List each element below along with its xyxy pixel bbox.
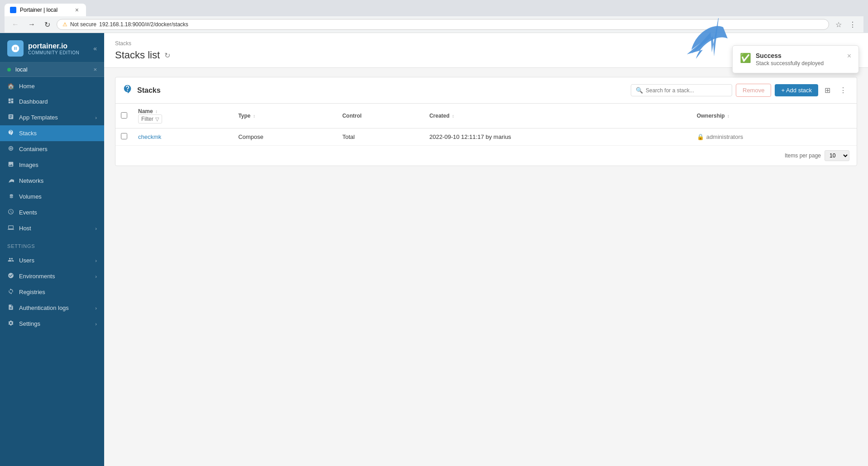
sidebar-logo: portainer.io Community Edition «	[0, 33, 104, 62]
more-options-btn[interactable]: ⋮	[837, 84, 849, 96]
sidebar-volumes-label: Volumes	[19, 193, 97, 200]
col-control: Control	[337, 104, 424, 128]
host-icon	[7, 224, 14, 232]
card-header-title: Stacks	[137, 86, 626, 95]
browser-tab-active[interactable]: Portainer | local ×	[5, 4, 86, 16]
sidebar-logo-icon	[7, 40, 24, 57]
sidebar-containers-label: Containers	[19, 146, 97, 152]
sidebar-item-events[interactable]: Events	[0, 204, 104, 220]
name-sort-icon[interactable]: ↕	[155, 109, 158, 114]
sidebar-settings-label: Settings	[19, 320, 91, 327]
search-box[interactable]: 🔍	[631, 84, 732, 96]
stack-ownership-cell: 🔒 administrators	[697, 133, 851, 140]
items-per-page-select[interactable]: 10 25 50 100	[825, 150, 849, 161]
filter-btn[interactable]: Filter ▽	[138, 114, 162, 124]
add-stack-btn[interactable]: + Add stack	[775, 84, 818, 96]
auth-logs-chevron: ›	[95, 305, 97, 311]
users-icon	[7, 257, 14, 264]
sidebar-item-auth-logs[interactable]: Authentication logs ›	[0, 300, 104, 316]
stack-name-link[interactable]: checkmk	[138, 133, 161, 140]
search-input[interactable]	[646, 87, 727, 94]
refresh-btn[interactable]: ↻	[164, 51, 170, 60]
sidebar-item-settings[interactable]: Settings ›	[0, 316, 104, 332]
search-icon: 🔍	[636, 87, 643, 94]
sidebar-collapse-btn[interactable]: «	[93, 45, 97, 52]
edition-label: Community Edition	[28, 50, 79, 55]
brand-name: portainer.io	[28, 42, 79, 50]
reload-btn[interactable]: ↻	[42, 19, 53, 30]
sidebar-item-users[interactable]: Users ›	[0, 252, 104, 268]
events-icon	[7, 209, 14, 216]
stack-control-cell: Total	[337, 128, 424, 146]
success-toast: ✅ Success Stack successfully deployed ×	[732, 45, 859, 73]
home-icon: 🏠	[7, 83, 14, 90]
menu-btn[interactable]: ⋮	[846, 19, 859, 30]
sidebar-item-registries[interactable]: Registries	[0, 284, 104, 300]
sidebar-item-images[interactable]: Images	[0, 157, 104, 173]
sidebar-item-dashboard[interactable]: Dashboard	[0, 94, 104, 109]
sidebar-events-label: Events	[19, 209, 97, 216]
view-toggle-btn[interactable]: ⊞	[822, 84, 833, 96]
row-checkbox[interactable]	[121, 133, 127, 139]
ownership-label: administrators	[706, 133, 743, 140]
card-header-actions: 🔍 Remove + Add stack ⊞ ⋮	[631, 84, 849, 97]
browser-toolbar: ← → ↻ ⚠ Not secure 192.168.1.18:9000/#/2…	[5, 16, 863, 33]
toast-message: Stack successfully deployed	[756, 60, 843, 67]
sidebar-settings-nav: Users › Environments › Registries	[0, 251, 104, 333]
tab-title: Portainer | local	[20, 7, 58, 13]
app-templates-icon	[7, 114, 14, 121]
created-sort-icon[interactable]: ↕	[452, 114, 454, 119]
ownership-icon: 🔒	[697, 133, 704, 140]
sidebar-item-volumes[interactable]: Volumes	[0, 189, 104, 204]
tab-close-btn[interactable]: ×	[75, 6, 79, 14]
endpoint-status-dot	[7, 68, 11, 71]
sidebar-item-environments[interactable]: Environments ›	[0, 268, 104, 284]
volumes-icon	[7, 193, 14, 200]
app-layout: portainer.io Community Edition « local ×…	[0, 33, 868, 466]
images-icon	[7, 161, 14, 169]
environments-icon	[7, 272, 14, 280]
forward-btn[interactable]: →	[25, 19, 38, 29]
bookmark-btn[interactable]: ☆	[833, 19, 844, 30]
toast-body: Success Stack successfully deployed	[756, 52, 843, 67]
page-title: Stacks list	[115, 49, 160, 61]
sidebar-main-nav: 🏠 Home Dashboard App Templates ›	[0, 77, 104, 238]
main-content: Stacks Stacks list ↻ Stacks 🔍	[104, 33, 868, 466]
remove-btn[interactable]: Remove	[736, 84, 771, 97]
type-sort-icon[interactable]: ↕	[253, 114, 255, 119]
sidebar-item-containers[interactable]: Containers	[0, 141, 104, 157]
col-type: Type ↕	[233, 104, 337, 128]
url-text: 192.168.1.18:9000/#/2/docker/stacks	[99, 21, 188, 28]
toast-close-btn[interactable]: ×	[847, 52, 851, 60]
ownership-sort-icon[interactable]: ↕	[727, 114, 729, 119]
sidebar: portainer.io Community Edition « local ×…	[0, 33, 104, 466]
sidebar-dashboard-label: Dashboard	[19, 98, 97, 105]
stacks-card: Stacks 🔍 Remove + Add stack ⊞ ⋮	[115, 77, 857, 166]
table-container: Name ↕ Filter ▽	[115, 104, 857, 146]
col-name: Name ↕ Filter ▽	[133, 104, 233, 128]
col-created: Created ↕	[424, 104, 691, 128]
sidebar-app-templates-label: App Templates	[19, 114, 91, 121]
stack-created-cell: 2022-09-10 12:11:17 by marius	[424, 128, 691, 146]
sidebar-item-home[interactable]: 🏠 Home	[0, 79, 104, 94]
settings-section-label: Settings	[0, 238, 104, 251]
back-btn[interactable]: ←	[9, 19, 22, 29]
sidebar-item-stacks[interactable]: Stacks	[0, 125, 104, 141]
stack-type-cell: Compose	[233, 128, 337, 146]
toast-success-icon: ✅	[740, 52, 751, 63]
table-footer: Items per page 10 25 50 100	[115, 146, 857, 166]
sidebar-item-networks[interactable]: Networks	[0, 173, 104, 189]
sidebar-host-label: Host	[19, 225, 91, 232]
endpoint-close-btn[interactable]: ×	[93, 66, 97, 73]
sidebar-logo-text: portainer.io Community Edition	[28, 42, 79, 55]
sidebar-home-label: Home	[19, 83, 97, 90]
not-secure-label: Not secure	[70, 21, 96, 28]
settings-icon	[7, 320, 14, 328]
host-chevron: ›	[95, 226, 97, 231]
browser-action-btns: ☆ ⋮	[833, 19, 859, 30]
select-all-checkbox[interactable]	[121, 112, 127, 119]
sidebar-item-host[interactable]: Host ›	[0, 220, 104, 236]
environments-chevron: ›	[95, 274, 97, 279]
address-bar[interactable]: ⚠ Not secure 192.168.1.18:9000/#/2/docke…	[57, 19, 829, 30]
sidebar-item-app-templates[interactable]: App Templates ›	[0, 109, 104, 125]
